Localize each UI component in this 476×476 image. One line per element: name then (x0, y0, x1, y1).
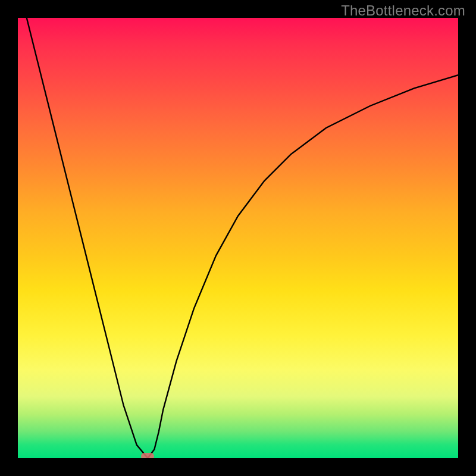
plot-area (18, 18, 458, 458)
chart-frame: TheBottleneck.com (0, 0, 476, 476)
minimum-marker-icon (141, 453, 154, 458)
watermark-text: TheBottleneck.com (341, 2, 465, 19)
curve-layer (18, 18, 458, 458)
bottleneck-curve (18, 18, 458, 458)
